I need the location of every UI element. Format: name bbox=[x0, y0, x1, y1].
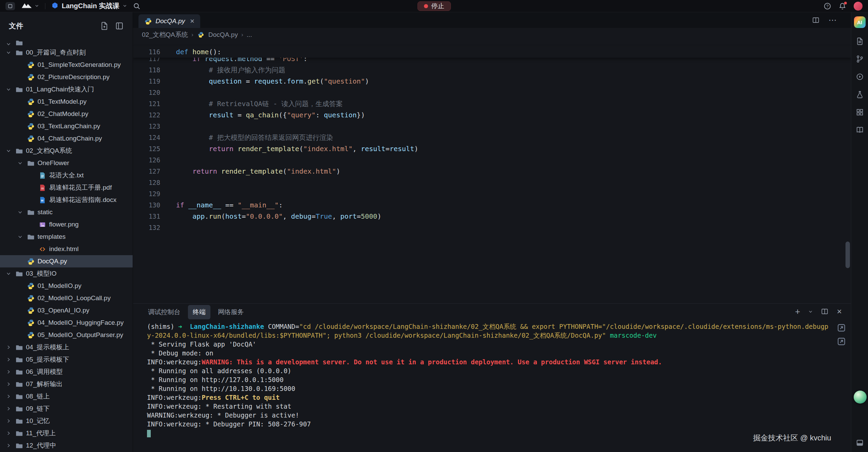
file-icon[interactable] bbox=[855, 37, 864, 46]
app-window-icon[interactable] bbox=[5, 2, 15, 10]
collapse-explorer-icon[interactable] bbox=[115, 21, 124, 30]
tree-file-易速鲜花员工手册.pdf[interactable]: 易速鲜花员工手册.pdf bbox=[0, 181, 133, 194]
tab-docqa-py[interactable]: DocQA.py ✕ bbox=[138, 14, 200, 28]
notifications-bell-icon[interactable] bbox=[839, 2, 846, 10]
tree-folder-07_解析输出[interactable]: 07_解析输出 bbox=[0, 378, 133, 390]
tree-folder-10_记忆[interactable]: 10_记忆 bbox=[0, 415, 133, 427]
tree-folder-12_代理中[interactable]: 12_代理中 bbox=[0, 439, 133, 452]
tree-file-02_PictureDescription.py[interactable]: 02_PictureDescription.py bbox=[0, 71, 133, 83]
terminal-line-7: * Running on http://10.130.0.169:5000 bbox=[147, 384, 830, 393]
tab-network-service[interactable]: 网络服务 bbox=[213, 305, 249, 319]
tree-file-01_SimpleTextGeneration.py[interactable]: 01_SimpleTextGeneration.py bbox=[0, 59, 133, 71]
line-number: 127 bbox=[133, 166, 160, 177]
tree-file-02_ModelIO_LoopCall.py[interactable]: 02_ModelIO_LoopCall.py bbox=[0, 292, 133, 304]
new-terminal-button[interactable]: + bbox=[795, 307, 800, 316]
tree-folder-03_模型IO[interactable]: 03_模型IO bbox=[0, 267, 133, 280]
code-line-128: 128 bbox=[133, 177, 851, 188]
stop-label: 停止 bbox=[431, 2, 444, 11]
tree-folder-05_提示模板下[interactable]: 05_提示模板下 bbox=[0, 353, 133, 366]
tree-file-花语大全.txt[interactable]: 花语大全.txt bbox=[0, 169, 133, 181]
chevron-down-icon bbox=[35, 3, 39, 9]
tab-debug-console[interactable]: 调试控制台 bbox=[143, 305, 185, 319]
tree-file-01_TextModel.py[interactable]: 01_TextModel.py bbox=[0, 96, 133, 108]
terminal[interactable]: (shims) ➜ LangChain-shizhanke COMMAND="c… bbox=[133, 321, 851, 452]
file-label: 04_ModelIO_HuggingFace.py bbox=[38, 319, 123, 326]
tree-folder-11_代理上[interactable]: 11_代理上 bbox=[0, 427, 133, 439]
tree-file-04_ChatLongChain.py[interactable]: 04_ChatLongChain.py bbox=[0, 132, 133, 145]
user-avatar[interactable] bbox=[854, 2, 863, 11]
tree-folder-static[interactable]: static bbox=[0, 206, 133, 218]
line-number: 125 bbox=[133, 143, 160, 155]
tree-file-04_ModelIO_HuggingFace.py[interactable]: 04_ModelIO_HuggingFace.py bbox=[0, 317, 133, 329]
tree-folder-templates[interactable]: templates bbox=[0, 231, 133, 243]
editor-scrollbar[interactable] bbox=[845, 242, 850, 268]
tree-folder-04_提示模板上[interactable]: 04_提示模板上 bbox=[0, 341, 133, 353]
tree-folder-06_调用模型[interactable]: 06_调用模型 bbox=[0, 366, 133, 378]
titlebar: LangChain 实战课 停止 ? bbox=[0, 0, 868, 12]
tree-folder-08_链上[interactable]: 08_链上 bbox=[0, 390, 133, 403]
code-line-126: 126 bbox=[133, 155, 851, 166]
code-line-122: 122 result = qa_chain({"query": question… bbox=[133, 110, 851, 121]
tree-file-05_ModelIO_OutputParser.py[interactable]: 05_ModelIO_OutputParser.py bbox=[0, 329, 133, 341]
project-title: LangChain 实战课 bbox=[62, 1, 119, 11]
layout-panel-icon[interactable] bbox=[855, 438, 864, 447]
split-editor-icon[interactable] bbox=[812, 16, 820, 24]
terminal-open-external-icon[interactable] bbox=[836, 336, 847, 347]
ai-assistant-icon[interactable]: AI bbox=[854, 16, 866, 28]
breadcrumb-file[interactable]: DocQA.py bbox=[208, 31, 238, 39]
book-icon[interactable] bbox=[855, 126, 864, 134]
code-line-123: 123 bbox=[133, 121, 851, 132]
floating-assistant-badge[interactable] bbox=[854, 391, 867, 404]
more-actions-icon[interactable]: ⋯ bbox=[828, 15, 837, 25]
tree-folder-01_LangChain快速入门[interactable]: 01_LangChain快速入门 bbox=[0, 83, 133, 96]
terminal-line-6: * Running on http://127.0.0.1:5000 bbox=[147, 375, 830, 384]
tree-folder-OneFlower[interactable]: OneFlower bbox=[0, 157, 133, 169]
tree-folder-02_文档QA系统[interactable]: 02_文档QA系统 bbox=[0, 145, 133, 157]
line-number: 131 bbox=[133, 211, 160, 222]
flask-icon[interactable] bbox=[855, 90, 864, 99]
project-selector[interactable]: LangChain 实战课 bbox=[52, 1, 127, 11]
breadcrumb-symbol[interactable]: ... bbox=[247, 31, 252, 39]
bottom-panel: 调试控制台 终端 网络服务 + ✕ (shims) ➜ LangChain-sh… bbox=[133, 303, 851, 452]
git-branch-icon[interactable] bbox=[855, 55, 864, 63]
tree-folder-00_开篇词_奇点时刻[interactable]: 00_开篇词_奇点时刻 bbox=[0, 46, 133, 59]
txt-icon bbox=[38, 172, 46, 179]
notification-dot bbox=[844, 2, 847, 4]
stop-button[interactable]: 停止 bbox=[417, 1, 451, 11]
search-icon[interactable] bbox=[133, 2, 141, 10]
file-label: 易速鲜花运营指南.docx bbox=[49, 195, 116, 204]
file-label: 03_OpenAI_IO.py bbox=[38, 307, 89, 314]
breadcrumb-folder[interactable]: 02_文档QA系统 bbox=[142, 30, 188, 39]
tree-file-01_ModelIO.py[interactable]: 01_ModelIO.py bbox=[0, 280, 133, 292]
code-editor[interactable]: 116def home():117 if request.method == '… bbox=[133, 42, 851, 303]
tree-file-index.html[interactable]: index.html bbox=[0, 243, 133, 255]
split-terminal-icon[interactable] bbox=[821, 308, 828, 315]
line-number: 126 bbox=[133, 155, 160, 166]
file-label: 花语大全.txt bbox=[49, 171, 84, 180]
tree-file-易速鲜花运营指南.docx[interactable]: 易速鲜花运营指南.docx bbox=[0, 194, 133, 206]
chevron-right-icon: › bbox=[241, 31, 243, 38]
terminal-open-external-icon[interactable] bbox=[836, 323, 847, 333]
close-icon[interactable]: ✕ bbox=[190, 18, 195, 25]
tree-file-03_TextLangChain.py[interactable]: 03_TextLangChain.py bbox=[0, 120, 133, 132]
folder-icon bbox=[15, 86, 23, 93]
folder-icon bbox=[27, 160, 35, 167]
tab-terminal[interactable]: 终端 bbox=[188, 305, 210, 319]
close-panel-icon[interactable]: ✕ bbox=[837, 308, 842, 316]
breadcrumb[interactable]: 02_文档QA系统 › DocQA.py › ... bbox=[133, 28, 851, 42]
terminal-dropdown-icon[interactable] bbox=[808, 309, 813, 314]
debug-icon[interactable] bbox=[855, 72, 864, 81]
file-explorer-sidebar: 文件 00_开篇词_奇点时刻01_SimpleTextGeneration.py… bbox=[0, 12, 133, 452]
tree-file-02_ChatModel.py[interactable]: 02_ChatModel.py bbox=[0, 108, 133, 120]
tree-file-flower.png[interactable]: flower.png bbox=[0, 218, 133, 231]
help-icon[interactable]: ? bbox=[824, 2, 831, 10]
grid-icon[interactable] bbox=[855, 108, 864, 117]
tree-folder-09_链下[interactable]: 09_链下 bbox=[0, 403, 133, 415]
line-number: 122 bbox=[133, 110, 160, 121]
tree-item-partial[interactable] bbox=[0, 40, 133, 46]
ide-logo-menu[interactable] bbox=[21, 2, 39, 10]
new-file-icon[interactable] bbox=[100, 21, 109, 30]
tree-file-03_OpenAI_IO.py[interactable]: 03_OpenAI_IO.py bbox=[0, 304, 133, 317]
folder-icon bbox=[27, 209, 35, 216]
tree-file-DocQA.py[interactable]: DocQA.py bbox=[0, 255, 133, 267]
